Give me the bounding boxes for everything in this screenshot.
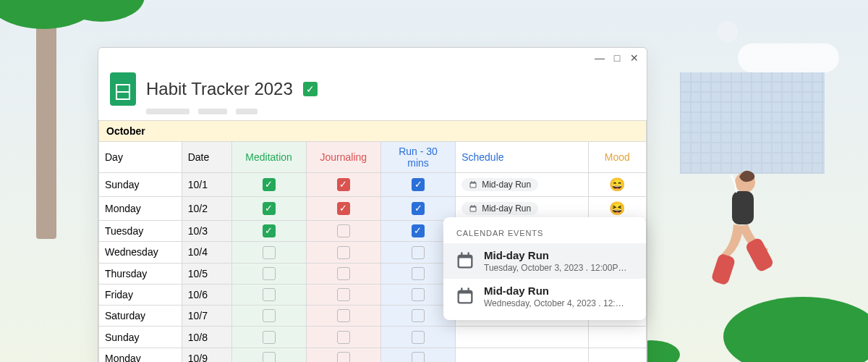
day-cell[interactable]: Sunday xyxy=(99,173,182,197)
checkbox[interactable]: ✓ xyxy=(337,202,350,215)
checkbox[interactable] xyxy=(412,331,425,344)
svg-rect-9 xyxy=(471,207,476,211)
journaling-cell[interactable] xyxy=(306,284,380,305)
calendar-event-item[interactable]: Mid-day RunWednesday, October 4, 2023 . … xyxy=(443,279,646,314)
date-cell[interactable]: 10/9 xyxy=(182,348,231,362)
event-chip[interactable]: Mid-day Run xyxy=(461,202,538,215)
meditation-cell[interactable] xyxy=(231,242,306,263)
header-day[interactable]: Day xyxy=(99,142,182,173)
header-date[interactable]: Date xyxy=(182,142,231,173)
checkbox[interactable] xyxy=(337,288,350,301)
event-chip[interactable]: Mid-day Run xyxy=(461,178,538,191)
date-cell[interactable]: 10/2 xyxy=(182,197,231,221)
checkbox[interactable] xyxy=(337,309,350,322)
checkbox[interactable] xyxy=(337,246,350,259)
date-cell[interactable]: 10/5 xyxy=(182,263,231,284)
schedule-cell[interactable]: Mid-day Run xyxy=(456,173,589,197)
date-cell[interactable]: 10/6 xyxy=(182,284,231,305)
meditation-cell[interactable] xyxy=(231,306,306,327)
checkbox[interactable] xyxy=(412,267,425,280)
run-cell[interactable] xyxy=(380,348,455,362)
day-cell[interactable]: Friday xyxy=(99,284,182,305)
checkbox[interactable] xyxy=(412,352,425,362)
checkbox[interactable] xyxy=(263,246,276,259)
background-building xyxy=(680,72,825,174)
date-cell[interactable]: 10/7 xyxy=(182,306,231,327)
mood-cell[interactable] xyxy=(588,327,646,348)
journaling-cell[interactable]: ✓ xyxy=(306,173,380,197)
day-cell[interactable]: Tuesday xyxy=(99,221,182,242)
checkbox[interactable] xyxy=(412,309,425,322)
journaling-cell[interactable] xyxy=(306,327,380,348)
meditation-cell[interactable]: ✓ xyxy=(231,173,306,197)
day-cell[interactable]: Monday xyxy=(99,197,182,221)
mood-cell[interactable]: 😄 xyxy=(588,173,646,197)
svg-rect-5 xyxy=(471,184,476,188)
event-title: Mid-day Run xyxy=(484,285,629,297)
checkbox[interactable]: ✓ xyxy=(263,178,276,191)
run-cell[interactable] xyxy=(380,327,455,348)
checkbox[interactable]: ✓ xyxy=(263,202,276,215)
checkbox[interactable] xyxy=(263,309,276,322)
meditation-cell[interactable] xyxy=(231,348,306,362)
checkbox[interactable] xyxy=(263,288,276,301)
journaling-cell[interactable] xyxy=(306,306,380,327)
calendar-event-item[interactable]: Mid-day RunTuesday, October 3, 2023 . 12… xyxy=(443,243,646,279)
journaling-cell[interactable] xyxy=(306,221,380,242)
journaling-cell[interactable] xyxy=(306,348,380,362)
checkbox[interactable] xyxy=(412,288,425,301)
minimize-button[interactable]: — xyxy=(595,52,605,64)
meditation-cell[interactable]: ✓ xyxy=(231,221,306,242)
run-cell[interactable]: ✓ xyxy=(380,197,455,221)
day-cell[interactable]: Wednesday xyxy=(99,242,182,263)
journaling-cell[interactable]: ✓ xyxy=(306,197,380,221)
checkbox[interactable] xyxy=(263,331,276,344)
checkbox[interactable] xyxy=(263,352,276,362)
calendar-icon xyxy=(469,180,477,189)
journaling-cell[interactable] xyxy=(306,263,380,284)
date-cell[interactable]: 10/3 xyxy=(182,221,231,242)
background-cloud xyxy=(738,43,839,72)
svg-rect-6 xyxy=(472,181,472,183)
table-row: Sunday10/1✓✓✓Mid-day Run😄 xyxy=(99,173,647,197)
checkbox[interactable]: ✓ xyxy=(412,178,425,191)
close-button[interactable]: ✕ xyxy=(629,52,639,64)
checkbox[interactable]: ✓ xyxy=(263,224,276,237)
date-cell[interactable]: 10/8 xyxy=(182,327,231,348)
checkbox[interactable] xyxy=(263,267,276,280)
day-cell[interactable]: Thursday xyxy=(99,263,182,284)
header-schedule[interactable]: Schedule xyxy=(456,142,589,173)
meditation-cell[interactable] xyxy=(231,263,306,284)
checkbox[interactable]: ✓ xyxy=(337,178,350,191)
checkbox[interactable] xyxy=(412,246,425,259)
day-cell[interactable]: Saturday xyxy=(99,306,182,327)
document-title[interactable]: Habit Tracker 2023 xyxy=(146,79,293,99)
background-sun xyxy=(718,22,738,42)
checkbox[interactable] xyxy=(337,224,350,237)
schedule-cell[interactable] xyxy=(456,327,589,348)
day-cell[interactable]: Sunday xyxy=(99,327,182,348)
day-cell[interactable]: Monday xyxy=(99,348,182,362)
date-cell[interactable]: 10/1 xyxy=(182,173,231,197)
meditation-cell[interactable] xyxy=(231,327,306,348)
maximize-button[interactable]: □ xyxy=(612,52,622,64)
checkbox[interactable] xyxy=(337,352,350,362)
schedule-cell[interactable] xyxy=(456,348,589,362)
checkbox[interactable] xyxy=(337,331,350,344)
checkbox[interactable] xyxy=(337,267,350,280)
meditation-cell[interactable]: ✓ xyxy=(231,197,306,221)
run-cell[interactable]: ✓ xyxy=(380,173,455,197)
month-heading[interactable]: October xyxy=(99,121,647,142)
header-run[interactable]: Run - 30 mins xyxy=(380,142,455,173)
svg-rect-2 xyxy=(710,253,736,285)
mood-cell[interactable] xyxy=(588,348,646,362)
journaling-cell[interactable] xyxy=(306,242,380,263)
checkbox[interactable]: ✓ xyxy=(412,202,425,215)
date-cell[interactable]: 10/4 xyxy=(182,242,231,263)
event-title: Mid-day Run xyxy=(484,249,629,261)
header-mood[interactable]: Mood xyxy=(588,142,646,173)
meditation-cell[interactable] xyxy=(231,284,306,305)
header-meditation[interactable]: Meditation xyxy=(231,142,306,173)
header-journaling[interactable]: Journaling xyxy=(306,142,380,173)
checkbox[interactable]: ✓ xyxy=(412,224,425,237)
